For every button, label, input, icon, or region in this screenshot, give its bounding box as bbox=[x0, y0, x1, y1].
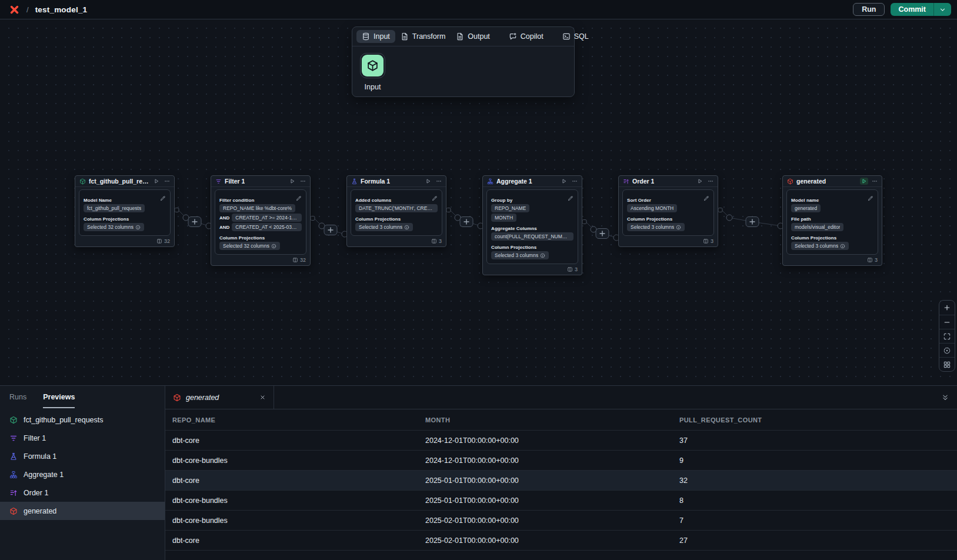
table-row[interactable]: dbt-core-bundles2024-12-01T00:00:00+00:0… bbox=[165, 451, 957, 471]
pencil-icon[interactable] bbox=[703, 193, 709, 204]
section-label: Aggregate Columns bbox=[491, 226, 573, 231]
cube-icon bbox=[79, 178, 86, 185]
palette-tab-label: Output bbox=[468, 32, 490, 41]
edge-port[interactable] bbox=[175, 208, 179, 212]
table-cell: 8 bbox=[679, 496, 957, 505]
mini-map-button[interactable] bbox=[939, 357, 955, 371]
chevron-down-icon bbox=[939, 6, 946, 14]
panel-tab-previews[interactable]: Previews bbox=[43, 386, 75, 408]
node-title: generated bbox=[796, 178, 826, 185]
add-step-button[interactable] bbox=[188, 217, 201, 227]
node-play-button[interactable] bbox=[288, 178, 296, 185]
node-header: Filter 1 bbox=[211, 176, 310, 187]
grid-icon bbox=[943, 361, 951, 369]
table-cell: 7 bbox=[679, 516, 957, 525]
pill-text: models/visual_editor bbox=[795, 224, 840, 230]
palette-tab-sql[interactable]: SQL bbox=[557, 30, 594, 43]
node-list-item-fct_github_pull_requests[interactable]: fct_github_pull_requests bbox=[0, 411, 165, 429]
node-play-button[interactable] bbox=[860, 178, 868, 185]
canvas-node-formula_1[interactable]: Formula 1Added columnsDATE_TRUNC('MONTH'… bbox=[346, 175, 446, 247]
node-list-item-filter-1[interactable]: Filter 1 bbox=[0, 429, 165, 447]
node-menu-button[interactable] bbox=[300, 178, 306, 184]
node-config-card[interactable]: Group byREPO_NAMEMONTHAggregate Columnsc… bbox=[486, 189, 578, 264]
dbt-logo[interactable] bbox=[8, 4, 20, 15]
palette-tab-transform[interactable]: Transform bbox=[395, 30, 451, 43]
node-config-card[interactable]: Model Namefct_github_pull_requestsColumn… bbox=[79, 189, 171, 236]
canvas[interactable]: InputTransformOutputCopilotSQL Input fct… bbox=[0, 19, 957, 385]
config-pill: Selected 3 columns bbox=[355, 223, 413, 231]
pencil-icon[interactable] bbox=[868, 193, 873, 204]
fit-view-button[interactable] bbox=[939, 329, 955, 343]
canvas-node-fct_github_pull_requests[interactable]: fct_github_pull_requestsModel Namefct_gi… bbox=[75, 175, 175, 247]
pill-text: Selected 32 columns bbox=[223, 243, 269, 249]
table-row[interactable]: dbt-core2024-12-01T00:00:00+00:0037 bbox=[165, 431, 957, 451]
edge-port[interactable] bbox=[582, 220, 586, 224]
zoom-in-button[interactable] bbox=[939, 301, 955, 315]
node-menu-button[interactable] bbox=[436, 178, 442, 184]
add-step-button[interactable] bbox=[460, 217, 473, 227]
zoom-out-button[interactable] bbox=[939, 315, 955, 329]
pill-text: Selected 3 columns bbox=[359, 224, 402, 230]
canvas-node-generated[interactable]: generatedModel namegeneratedFile pathmod… bbox=[782, 175, 882, 266]
node-header: Order 1 bbox=[619, 176, 718, 187]
add-step-button[interactable] bbox=[324, 225, 337, 235]
node-list-item-order-1[interactable]: Order 1 bbox=[0, 484, 165, 502]
canvas-node-order_1[interactable]: Order 1Sort OrderAscending MONTHColumn P… bbox=[618, 175, 718, 247]
run-button[interactable]: Run bbox=[853, 3, 885, 16]
canvas-node-filter_1[interactable]: Filter 1Filter conditionREPO_NAME like %… bbox=[211, 175, 311, 266]
node-menu-button[interactable] bbox=[708, 178, 713, 184]
table-row[interactable]: dbt-core-bundles2025-02-01T00:00:00+00:0… bbox=[165, 511, 957, 531]
node-list-item-label: Order 1 bbox=[24, 489, 48, 497]
node-config-card[interactable]: Sort OrderAscending MONTHColumn Projecti… bbox=[622, 189, 714, 236]
column-count: 32 bbox=[164, 238, 170, 244]
node-play-button[interactable] bbox=[424, 178, 432, 185]
collapse-panel-button[interactable] bbox=[941, 386, 949, 409]
edge-port[interactable] bbox=[726, 215, 732, 221]
node-play-button[interactable] bbox=[152, 178, 161, 185]
table-cell: 2024-12-01T00:00:00+00:00 bbox=[425, 456, 679, 465]
play-icon bbox=[697, 178, 703, 184]
node-list-item-aggregate-1[interactable]: Aggregate 1 bbox=[0, 465, 165, 484]
config-pill: MONTH bbox=[491, 214, 516, 222]
edge-port[interactable] bbox=[311, 216, 315, 221]
panel-tab-runs[interactable]: Runs bbox=[9, 386, 26, 408]
pencil-icon[interactable] bbox=[296, 193, 302, 204]
node-list-item-label: generated bbox=[24, 507, 56, 515]
node-config-card[interactable]: Added columnsDATE_TRUNC('MONTH', CREATED… bbox=[351, 189, 442, 236]
node-config-card[interactable]: Model namegeneratedFile pathmodels/visua… bbox=[786, 189, 878, 255]
locate-button[interactable] bbox=[939, 343, 955, 357]
node-play-button[interactable] bbox=[560, 178, 568, 185]
table-row[interactable]: dbt-core2025-01-01T00:00:00+00:0032 bbox=[165, 471, 957, 491]
node-list-item-generated[interactable]: generated bbox=[0, 502, 165, 520]
pencil-icon[interactable] bbox=[568, 193, 573, 204]
add-step-button[interactable] bbox=[746, 217, 759, 227]
palette-tab-copilot[interactable]: Copilot bbox=[503, 30, 549, 43]
node-menu-button[interactable] bbox=[872, 178, 878, 184]
column-count: 3 bbox=[875, 257, 878, 263]
columns-icon bbox=[567, 266, 573, 272]
section-label: Model Name bbox=[84, 198, 166, 203]
node-list-item-label: Filter 1 bbox=[24, 434, 46, 442]
edge-port[interactable] bbox=[446, 208, 451, 212]
node-list-item-formula-1[interactable]: Formula 1 bbox=[0, 447, 165, 465]
close-icon[interactable] bbox=[259, 394, 266, 401]
palette-tab-input[interactable]: Input bbox=[356, 30, 395, 43]
table-row[interactable]: dbt-core2025-02-01T00:00:00+00:0027 bbox=[165, 531, 957, 551]
node-config-card[interactable]: Filter conditionREPO_NAME like %dbt-core… bbox=[215, 189, 306, 255]
pencil-icon[interactable] bbox=[160, 193, 166, 204]
edge-port[interactable] bbox=[718, 208, 722, 212]
palette-item-input[interactable]: Input bbox=[360, 53, 385, 91]
preview-table: REPO_NAMEMONTHPULL_REQUEST_COUNT dbt-cor… bbox=[165, 409, 957, 560]
add-step-button[interactable] bbox=[596, 229, 609, 239]
fit-view-icon bbox=[943, 332, 951, 341]
node-menu-button[interactable] bbox=[164, 178, 170, 184]
commit-dropdown-button[interactable] bbox=[933, 3, 951, 16]
table-row[interactable]: dbt-core-bundles2025-01-01T00:00:00+00:0… bbox=[165, 491, 957, 511]
palette-tab-output[interactable]: Output bbox=[451, 30, 495, 43]
commit-button[interactable]: Commit bbox=[891, 3, 933, 16]
node-play-button[interactable] bbox=[696, 178, 704, 185]
pencil-icon[interactable] bbox=[432, 193, 438, 204]
node-menu-button[interactable] bbox=[572, 178, 578, 184]
canvas-node-aggregate_1[interactable]: Aggregate 1Group byREPO_NAMEMONTHAggrega… bbox=[482, 175, 582, 275]
preview-tab-generated[interactable]: generated bbox=[165, 386, 274, 409]
